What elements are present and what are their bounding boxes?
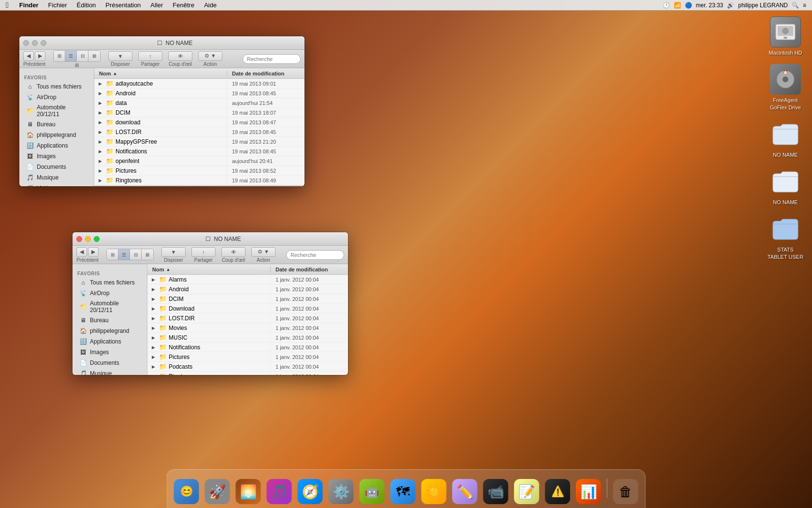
expand-arrow[interactable]: ▶ [96,89,104,98]
menubar-edition[interactable]: Édition [72,0,101,11]
window1-preview-btn[interactable]: 👁 [168,51,192,61]
window1-file-row[interactable]: ▶ 📁 Pictures 19 mai 2013 08:52 [94,166,304,176]
window2-file-row[interactable]: ▶ 📁 DCIM 1 janv. 2012 00:04 [147,294,348,304]
desktop-icon-noname2[interactable]: NO NAME [764,164,807,208]
window2-col-date[interactable]: Date de modification [271,267,348,272]
apple-menu[interactable]:  [0,0,14,11]
dock-system[interactable]: ⚙️ [327,477,356,506]
window1-minimize[interactable] [32,40,38,46]
dock-itunes[interactable]: 🎵 [265,477,294,506]
expand-arrow[interactable]: ▶ [149,323,157,333]
window2-sidebar-airdrop[interactable]: 📡 AirDrop [74,288,145,299]
window2-view-column[interactable]: ⊟ [130,249,142,260]
desktop-icon-noname1[interactable]: NO NAME [764,117,807,160]
window1-sidebar-musique[interactable]: 🎵 Musique [21,172,92,183]
dock-iphoto[interactable]: 🌅 [234,477,263,506]
expand-arrow[interactable]: ▶ [96,156,104,166]
expand-arrow[interactable]: ▶ [96,127,104,137]
window1-file-row[interactable]: ▶ 📁 DCIM 19 mai 2013 18:07 [94,108,304,118]
window1-share-btn[interactable]: ↑ [138,51,162,61]
window2-sidebar-bureau[interactable]: 🖥 Bureau [74,315,145,326]
window1-file-row[interactable]: ▶ 📁 LOST.DIR 19 mai 2013 08:45 [94,127,304,137]
dock-finder[interactable]: 😊 [172,477,201,506]
window1-sidebar-images[interactable]: 🖼 Images [21,151,92,162]
expand-arrow[interactable]: ▶ [96,118,104,127]
window1-sidebar-all-files[interactable]: ⌂ Tous mes fichiers [21,81,92,92]
window2-maximize[interactable] [94,236,100,242]
window1-file-row[interactable]: ▶ 📁 data aujourd'hui 21:54 [94,98,304,108]
dock-weather[interactable]: ☀️ [420,477,449,506]
expand-arrow[interactable]: ▶ [96,147,104,156]
expand-arrow[interactable]: ▶ [96,166,104,176]
window2-preview-btn[interactable]: 👁 [221,247,246,257]
menubar-search[interactable]: 🔍 [792,2,799,9]
dock-trash[interactable]: 🗑 [611,477,640,506]
dock-maps[interactable]: 🗺 [389,477,418,506]
window2-file-row[interactable]: ▶ 📁 MUSIC 1 janv. 2012 00:04 [147,333,348,343]
dock-safari[interactable]: 🧭 [296,477,325,506]
window2-file-row[interactable]: ▶ 📁 Notifications 1 janv. 2012 00:04 [147,343,348,352]
window2-file-row[interactable]: ▶ 📁 Movies 1 janv. 2012 00:04 [147,323,348,333]
window2-file-row[interactable]: ▶ 📁 Alarms 1 janv. 2012 00:04 [147,275,348,284]
dock-launchpad[interactable]: 🚀 [203,477,232,506]
window1-file-row[interactable]: ▶ 📁 openfeint aujourd'hui 20:41 [94,156,304,166]
window2-sidebar-auto[interactable]: 📁 Automobile 20/12/11 [74,299,145,315]
desktop-icon-stats-tablet[interactable]: STATSTABLET USER [764,211,807,262]
window1-col-date[interactable]: Date de modification [227,71,304,76]
expand-arrow[interactable]: ▶ [149,352,157,362]
window2-file-row[interactable]: ▶ 📁 Pictures 1 janv. 2012 00:04 [147,352,348,362]
window1-close[interactable] [23,40,29,46]
dock-video[interactable]: 📹 [481,477,510,506]
window1-action-btn[interactable]: ⚙ ▼ [198,51,222,61]
expand-arrow[interactable]: ▶ [96,79,104,89]
window1-file-row[interactable]: ▶ 📁 Android 19 mai 2013 08:45 [94,89,304,98]
window2-arrange-btn[interactable]: ▼ [161,247,186,257]
window1-maximize[interactable] [41,40,46,46]
expand-arrow[interactable]: ▶ [149,333,157,343]
menubar-fichier[interactable]: Fichier [44,0,72,11]
window2-fwd-btn[interactable]: ▶ [88,247,99,257]
window2-view-cover[interactable]: ⊠ [142,249,153,260]
window2-file-row[interactable]: ▶ 📁 Ringtones 1 janv. 2012 00:04 [147,372,348,375]
window1-file-row[interactable]: ▶ 📁 Ringtones 19 mai 2013 08:49 [94,176,304,185]
window1-sidebar-bureau[interactable]: 🖥 Bureau [21,119,92,130]
window2-file-row[interactable]: ▶ 📁 Podcasts 1 janv. 2012 00:04 [147,362,348,372]
expand-arrow[interactable]: ▶ [149,314,157,323]
window2-sidebar-all-files[interactable]: ⌂ Tous mes fichiers [74,277,145,288]
window1-sidebar-documents[interactable]: 📄 Documents [21,162,92,172]
window2-minimize[interactable] [85,236,91,242]
window1-sidebar-auto[interactable]: 📁 Automobile 20/12/11 [21,103,92,119]
window1-view-list[interactable]: ☰ [65,51,77,61]
menubar-list[interactable]: ≡ [803,2,806,9]
expand-arrow[interactable]: ▶ [96,176,104,185]
window2-back-btn[interactable]: ◀ [76,247,87,257]
window2-view-icon[interactable]: ⊞ [107,249,118,260]
menubar-fenetre[interactable]: Fenêtre [168,0,199,11]
expand-arrow[interactable]: ▶ [149,372,157,375]
window2-share-btn[interactable]: ↑ [191,247,216,257]
window2-sidebar-documents[interactable]: 📄 Documents [74,358,145,368]
window1-view-column[interactable]: ⊟ [77,51,88,61]
window1-view-cover[interactable]: ⊠ [88,51,100,61]
window2-sidebar-images[interactable]: 🖼 Images [74,347,145,358]
window2-file-row[interactable]: ▶ 📁 LOST.DIR 1 janv. 2012 00:04 [147,314,348,323]
window2-search-input[interactable] [286,250,344,260]
menubar-presentation[interactable]: Présentation [101,0,145,11]
window1-file-row[interactable]: ▶ 📁 MappyGPSFree 19 mai 2013 21:20 [94,137,304,147]
window2-sidebar-philippe[interactable]: 🏠 philippelegrand [74,326,145,336]
menubar-finder[interactable]: Finder [14,0,44,11]
window2-file-row[interactable]: ▶ 📁 Android 1 janv. 2012 00:04 [147,284,348,294]
expand-arrow[interactable]: ▶ [96,137,104,147]
window1-view-icon[interactable]: ⊞ [54,51,65,61]
window2-sidebar-applications[interactable]: 🔠 Applications [74,336,145,347]
window1-sidebar-applications[interactable]: 🔠 Applications [21,140,92,151]
dock-console[interactable]: ⚠️ [543,477,572,506]
desktop-icon-macintosh-hd[interactable]: Macintosh HD [764,15,807,58]
window1-back-btn[interactable]: ◀ [23,51,34,61]
window1-scrollbar[interactable] [94,185,304,186]
dock-opengl[interactable]: 🤖 [358,477,387,506]
window2-col-name[interactable]: Nom ▲ [147,267,271,272]
desktop-icon-freeagent[interactable]: ⏰ FreeAgent GoFlex Drive [764,62,807,113]
expand-arrow[interactable]: ▶ [149,284,157,294]
window2-close[interactable] [76,236,82,242]
